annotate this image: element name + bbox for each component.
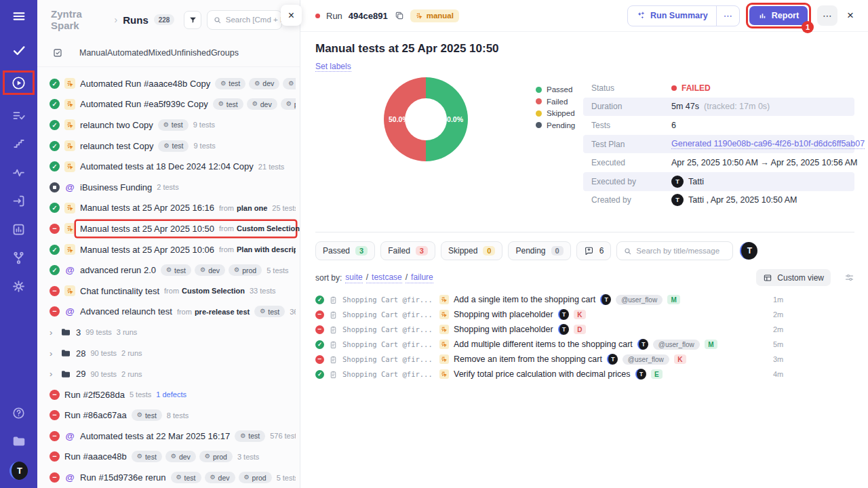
runs-tab[interactable]: Automated bbox=[107, 48, 148, 58]
run-detail-panel: Run 494ce891 manual Run Summary ⋯ Report bbox=[300, 0, 868, 488]
test-row[interactable]: Shopping Cart @fir... Shopping with plac… bbox=[315, 322, 854, 337]
tests-search-input[interactable]: Search by title/message bbox=[616, 241, 733, 260]
run-summary-button[interactable]: Run Summary bbox=[628, 6, 716, 26]
test-suite-name[interactable]: Shopping Cart @fir... bbox=[342, 310, 435, 319]
run-meta: 576 tests bbox=[270, 432, 296, 440]
run-meta: 2 runs bbox=[121, 349, 142, 357]
gear-icon: ⚙ bbox=[288, 81, 294, 87]
sort-link[interactable]: testcase bbox=[366, 272, 402, 283]
set-labels-link[interactable]: Set labels bbox=[315, 62, 351, 72]
panel-close-button[interactable]: × bbox=[281, 5, 302, 26]
test-title[interactable]: Shopping with placeholder bbox=[454, 325, 553, 334]
sidebar-item-shared-steps[interactable] bbox=[11, 107, 27, 123]
run-list-item[interactable]: @ advanced rerun 2.0 ⚙test⚙dev⚙prod 5 te… bbox=[50, 260, 296, 281]
runs-tab[interactable]: Manual bbox=[79, 48, 107, 58]
run-row-main: iBusiness Funding 2 tests bbox=[80, 182, 296, 192]
sort-link[interactable]: failure bbox=[406, 272, 433, 283]
filter-pill[interactable]: Passed 3 bbox=[315, 241, 375, 260]
activity-icon[interactable] bbox=[11, 164, 27, 180]
test-suite-name[interactable]: Shopping Cart @fir... bbox=[342, 340, 435, 348]
run-list-item[interactable]: @ Advanced relaunch test from pre-releas… bbox=[50, 302, 296, 323]
run-status-icon bbox=[50, 265, 60, 275]
run-list-item[interactable]: › 28 90 tests 2 runs bbox=[50, 343, 296, 364]
run-title: Advanced relaunch test bbox=[80, 306, 172, 317]
runs-search-input[interactable]: Search [Cmd + K] bbox=[207, 10, 282, 30]
run-list-item[interactable]: @ Run #15d9736e rerun ⚙test⚙dev⚙prod 5 t… bbox=[50, 467, 296, 488]
test-title[interactable]: Add a single item to the shopping cart bbox=[454, 295, 595, 304]
chevron-right-icon[interactable]: › bbox=[50, 327, 56, 338]
run-list-item[interactable]: Automated tests at 18 Dec 2024 12:04 Cop… bbox=[50, 156, 296, 177]
details-value: FAILED bbox=[671, 83, 711, 93]
run-list-item[interactable]: Chat functinality test from Custom Selec… bbox=[50, 281, 296, 302]
run-list-item[interactable]: @ iBusiness Funding 2 tests bbox=[50, 177, 296, 198]
test-row[interactable]: Shopping Cart @fir... Add a single item … bbox=[315, 292, 854, 307]
filter-pill[interactable]: Pending 0 bbox=[508, 241, 570, 260]
chevron-right-icon[interactable]: › bbox=[50, 348, 56, 359]
chevron-right-icon[interactable]: › bbox=[50, 369, 56, 379]
run-list-item[interactable]: Automated Run #ea5f939c Copy ⚙test⚙dev⚙p… bbox=[50, 94, 296, 115]
breadcrumb-project[interactable]: Zyntra Spark bbox=[51, 8, 109, 31]
gear-icon[interactable] bbox=[11, 278, 27, 294]
test-title[interactable]: Remove an item from the shopping cart bbox=[454, 354, 602, 364]
test-list: Shopping Cart @fir... Add a single item … bbox=[315, 292, 854, 382]
gear-icon: ⚙ bbox=[218, 101, 224, 107]
test-suite-name[interactable]: Shopping Cart @fir... bbox=[342, 370, 435, 378]
run-list-item[interactable]: Run #86ac67aa ⚙test 8 tests bbox=[50, 405, 296, 426]
test-row[interactable]: Shopping Cart @fir... Verify total price… bbox=[315, 367, 854, 382]
gear-icon: ⚙ bbox=[252, 101, 258, 107]
test-suite-name[interactable]: Shopping Cart @fir... bbox=[342, 355, 435, 363]
bar-chart-square-icon[interactable] bbox=[11, 221, 27, 237]
run-list-item[interactable]: Manual tests at 25 Apr 2025 10:50 from C… bbox=[50, 218, 296, 239]
filter-button[interactable] bbox=[184, 11, 201, 29]
defects-link[interactable]: 1 defects bbox=[156, 390, 186, 399]
runs-tab[interactable]: Groups bbox=[211, 48, 239, 58]
sidebar-item-runs[interactable] bbox=[11, 75, 27, 91]
custom-view-button[interactable]: Custom view bbox=[756, 269, 831, 286]
runs-tab[interactable]: Mixed bbox=[148, 48, 170, 58]
gear-icon: ⚙ bbox=[234, 267, 239, 273]
run-list-item[interactable]: relaunch test Copy ⚙test 9 tests bbox=[50, 136, 296, 157]
run-list-item[interactable]: Run #2f5268da 5 tests 1 defects bbox=[50, 384, 296, 405]
run-list-item[interactable]: Automated Run #aaace48b Copy ⚙test⚙dev⚙p… bbox=[50, 73, 296, 94]
details-value: 5m 47s (tracked: 17m 0s) bbox=[671, 102, 770, 111]
filter-pill[interactable]: Failed 3 bbox=[380, 241, 435, 260]
test-suite-name[interactable]: Shopping Cart @fir... bbox=[342, 325, 435, 333]
test-row[interactable]: Shopping Cart @fir... Remove an item fro… bbox=[315, 352, 854, 367]
run-meta: 33 tests bbox=[250, 287, 276, 295]
sidebar-item-test-cases[interactable] bbox=[11, 42, 27, 58]
tag-pill: ⚙prod bbox=[283, 78, 296, 89]
filter-pill[interactable]: Skipped 0 bbox=[441, 241, 503, 260]
run-list-item[interactable]: relaunch two Copy ⚙test 9 tests bbox=[50, 115, 296, 136]
user-avatar[interactable]: T bbox=[9, 462, 28, 480]
runs-tab[interactable]: Unfinished bbox=[171, 48, 211, 58]
branch-icon[interactable] bbox=[11, 249, 27, 266]
run-list-item[interactable]: Run #aaace48b ⚙test⚙dev⚙prod 3 tests bbox=[50, 447, 296, 468]
comments-filter[interactable]: 6 bbox=[576, 241, 612, 260]
run-summary-more-button[interactable]: ⋯ bbox=[716, 6, 739, 26]
assignee-avatar[interactable]: T bbox=[740, 242, 757, 260]
copy-icon[interactable] bbox=[395, 11, 404, 20]
sort-link[interactable]: suite bbox=[345, 272, 362, 283]
run-list-item[interactable]: Manual tests at 25 Apr 2025 16:16 from p… bbox=[50, 198, 296, 219]
run-list-item[interactable]: › 3 99 tests 3 runs bbox=[50, 322, 296, 343]
run-list-item[interactable]: › 29 90 tests 2 runs bbox=[50, 363, 296, 384]
test-title[interactable]: Verify total price calculation with deci… bbox=[454, 369, 631, 379]
more-button[interactable]: ⋯ bbox=[817, 5, 837, 26]
test-row[interactable]: Shopping Cart @fir... Shopping with plac… bbox=[315, 307, 854, 322]
run-list-item[interactable]: @ Automated tests at 22 Mar 2025 16:17 ⚙… bbox=[50, 426, 296, 447]
test-suite-name[interactable]: Shopping Cart @fir... bbox=[342, 296, 435, 304]
import-icon[interactable] bbox=[11, 192, 27, 209]
report-button[interactable]: Report bbox=[749, 6, 808, 25]
run-status-icon bbox=[50, 120, 60, 130]
select-all-icon[interactable] bbox=[52, 47, 63, 58]
test-row[interactable]: Shopping Cart @fir... Add multiple diffe… bbox=[315, 337, 854, 352]
test-title[interactable]: Shopping with placeholder bbox=[454, 310, 553, 319]
folder-icon[interactable] bbox=[11, 433, 27, 449]
sliders-icon[interactable] bbox=[844, 272, 854, 283]
close-icon[interactable]: × bbox=[844, 9, 857, 22]
test-title[interactable]: Add multiple different items to the shop… bbox=[454, 340, 633, 349]
menu-icon[interactable] bbox=[11, 8, 27, 24]
steps-icon[interactable] bbox=[11, 136, 27, 152]
run-list-item[interactable]: Manual tests at 25 Apr 2025 10:06 from P… bbox=[50, 239, 296, 260]
help-icon[interactable] bbox=[11, 405, 27, 421]
